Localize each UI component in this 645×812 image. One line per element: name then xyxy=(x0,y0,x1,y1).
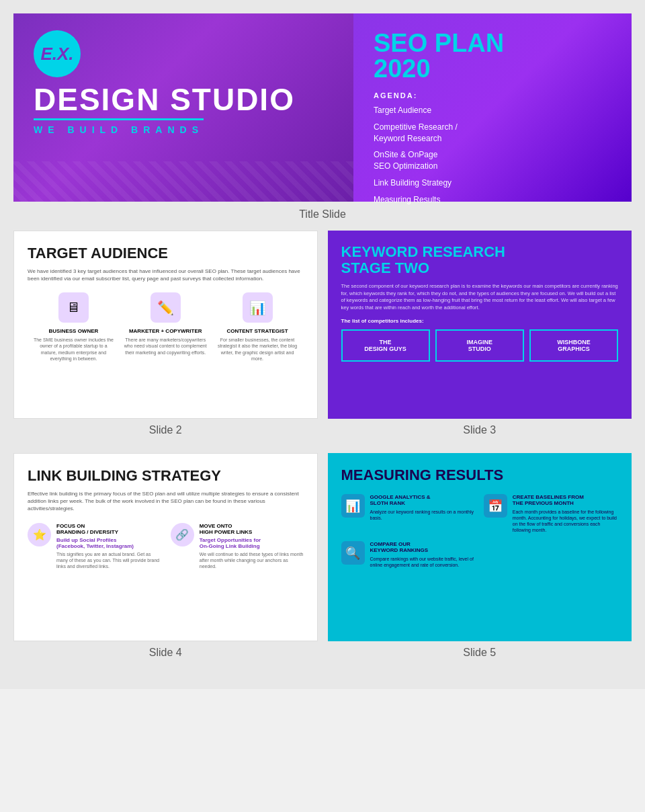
baseline-icon: 📅 xyxy=(484,494,507,518)
agenda-item-1: Target Audience xyxy=(374,105,611,116)
strategy-grid: ⭐ FOCUS ONBRANDING / DIVERSITY Build up … xyxy=(28,523,304,569)
strategy-item-2: 🔗 MOVE ONTOHIGH POWER LINKS Target Oppor… xyxy=(171,523,304,569)
slide4-description: Effective link building is the primary f… xyxy=(28,490,304,513)
slide3-title: KEYWORD RESEARCHSTAGE TWO xyxy=(341,244,619,276)
strategy-name-1: FOCUS ONBRANDING / DIVERSITY xyxy=(56,523,161,535)
marketer-icon: ✏️ xyxy=(150,292,181,323)
agenda-label: AGENDA: xyxy=(374,91,611,99)
result-name-2: CREATE BASELINES FROMTHE PREVIOUS MONTH xyxy=(513,494,618,506)
title-right-panel: SEO PLAN2020 AGENDA: Target Audience Com… xyxy=(353,13,632,202)
page-wrapper: E.X. DESIGN STUDIO WE BUILD BRANDS SEO P… xyxy=(0,0,645,689)
slide5-label: Slide 5 xyxy=(328,647,632,659)
result-desc-3: Compare rankings with our website traffi… xyxy=(370,556,476,568)
agenda-item-3: OnSite & OnPageSEO Optimization xyxy=(374,149,611,172)
result-item-3: 🔍 COMPARE OURKEYWORD RANKINGS Compare ra… xyxy=(341,541,476,568)
competitor-1: THEDESIGN GUYS xyxy=(341,329,430,362)
brand-title: DESIGN STUDIO xyxy=(34,84,333,115)
strategy-name-2: MOVE ONTOHIGH POWER LINKS xyxy=(200,523,304,535)
slide4-title: LINK BUILDING STRATEGY xyxy=(28,467,304,485)
result-name-3: COMPARE OURKEYWORD RANKINGS xyxy=(370,541,476,553)
links-icon: 🔗 xyxy=(171,523,194,546)
competitor-name-2: IMAGINESTUDIO xyxy=(441,339,519,352)
logo-text: E.X. xyxy=(40,44,73,65)
slide2-wrapper: TARGET AUDIENCE We have identified 3 key… xyxy=(13,231,318,446)
result-name-1: GOOGLE ANALYTICS &SLOTH RANK xyxy=(370,494,476,506)
competitor-name-3: WISHBONEGRAPHICS xyxy=(535,339,613,352)
branding-icon: ⭐ xyxy=(28,523,51,546)
slide5-box: MEASURING RESULTS 📊 GOOGLE ANALYTICS &SL… xyxy=(328,453,632,641)
strategy-link-1: Build up Social Profiles(Facebook, Twitt… xyxy=(56,537,161,549)
slides-row-2: LINK BUILDING STRATEGY Effective link bu… xyxy=(13,453,632,669)
audience-name-3: CONTENT STRATEGIST xyxy=(216,328,299,334)
slide3-description: The second component of our keyword rese… xyxy=(341,283,619,311)
competitor-label: The list of competitors includes: xyxy=(341,318,619,324)
result-desc-1: Analyze our keyword ranking results on a… xyxy=(370,509,476,521)
competitor-2: IMAGINESTUDIO xyxy=(435,329,524,362)
analytics-icon: 📊 xyxy=(341,494,365,518)
competitor-boxes: THEDESIGN GUYS IMAGINESTUDIO WISHBONEGRA… xyxy=(341,329,619,362)
content-icon: 📊 xyxy=(243,292,273,323)
audience-name-1: BUSINESS OWNER xyxy=(32,328,115,334)
title-left-panel: E.X. DESIGN STUDIO WE BUILD BRANDS xyxy=(13,13,353,202)
result-content-1: GOOGLE ANALYTICS &SLOTH RANK Analyze our… xyxy=(370,494,476,521)
result-desc-2: Each month provides a baseline for the f… xyxy=(513,509,618,533)
result-item-1: 📊 GOOGLE ANALYTICS &SLOTH RANK Analyze o… xyxy=(341,494,476,533)
audience-item-2: ✏️ MARKETER + COPYWRITER There are many … xyxy=(124,292,207,361)
slide2-title: TARGET AUDIENCE xyxy=(28,245,304,262)
slide5-title: MEASURING RESULTS xyxy=(341,466,619,484)
results-grid: 📊 GOOGLE ANALYTICS &SLOTH RANK Analyze o… xyxy=(341,494,619,569)
slide4-box: LINK BUILDING STRATEGY Effective link bu… xyxy=(13,453,318,641)
agenda-item-2: Competitive Research /Keyword Research xyxy=(374,122,611,145)
slides-row-1: TARGET AUDIENCE We have identified 3 key… xyxy=(13,231,632,446)
slide4-wrapper: LINK BUILDING STRATEGY Effective link bu… xyxy=(13,453,318,669)
agenda-item-4: Link Building Strategy xyxy=(374,177,611,189)
slide4-label: Slide 4 xyxy=(13,647,318,659)
strategy-text-1: This signifies you are an actual brand. … xyxy=(56,551,161,569)
title-slide: E.X. DESIGN STUDIO WE BUILD BRANDS SEO P… xyxy=(13,13,632,202)
competitor-3: WISHBONEGRAPHICS xyxy=(529,329,618,362)
title-slide-label: Title Slide xyxy=(13,208,632,220)
audience-desc-1: The SME business owner includes the owne… xyxy=(32,337,115,361)
audience-desc-2: There are many marketers/copywriters who… xyxy=(124,337,207,355)
strategy-content-2: MOVE ONTOHIGH POWER LINKS Target Opportu… xyxy=(200,523,304,569)
business-owner-icon: 🖥 xyxy=(58,292,89,323)
result-content-2: CREATE BASELINES FROMTHE PREVIOUS MONTH … xyxy=(513,494,618,533)
logo-circle: E.X. xyxy=(34,30,81,77)
audience-item-3: 📊 CONTENT STRATEGIST For smaller busines… xyxy=(216,292,299,361)
slide2-description: We have identified 3 key target audience… xyxy=(28,268,304,282)
audience-item-1: 🖥 BUSINESS OWNER The SME business owner … xyxy=(32,292,115,361)
strategy-link-2: Target Opportunities forOn-Going Link Bu… xyxy=(200,537,304,549)
compare-icon: 🔍 xyxy=(341,541,365,565)
slide3-wrapper: KEYWORD RESEARCHSTAGE TWO The second com… xyxy=(328,231,632,446)
brand-tagline: WE BUILD BRANDS xyxy=(34,118,204,135)
result-content-3: COMPARE OURKEYWORD RANKINGS Compare rank… xyxy=(370,541,476,568)
slide3-box: KEYWORD RESEARCHSTAGE TWO The second com… xyxy=(328,231,632,419)
strategy-text-2: We will continue to add these types of l… xyxy=(200,551,304,569)
result-item-2: 📅 CREATE BASELINES FROMTHE PREVIOUS MONT… xyxy=(484,494,618,533)
seo-plan-title: SEO PLAN2020 xyxy=(374,30,611,81)
slide5-wrapper: MEASURING RESULTS 📊 GOOGLE ANALYTICS &SL… xyxy=(328,453,632,669)
slide2-box: TARGET AUDIENCE We have identified 3 key… xyxy=(13,231,318,419)
slide2-label: Slide 2 xyxy=(13,424,318,436)
audience-desc-3: For smaller businesses, the content stra… xyxy=(216,337,299,361)
audience-name-2: MARKETER + COPYWRITER xyxy=(124,328,207,334)
slide3-label: Slide 3 xyxy=(328,424,632,436)
strategy-content-1: FOCUS ONBRANDING / DIVERSITY Build up So… xyxy=(56,523,161,569)
strategy-item-1: ⭐ FOCUS ONBRANDING / DIVERSITY Build up … xyxy=(28,523,161,569)
competitor-name-1: THEDESIGN GUYS xyxy=(347,339,425,352)
audience-grid: 🖥 BUSINESS OWNER The SME business owner … xyxy=(28,292,304,361)
agenda-item-5: Measuring Results xyxy=(374,194,611,206)
